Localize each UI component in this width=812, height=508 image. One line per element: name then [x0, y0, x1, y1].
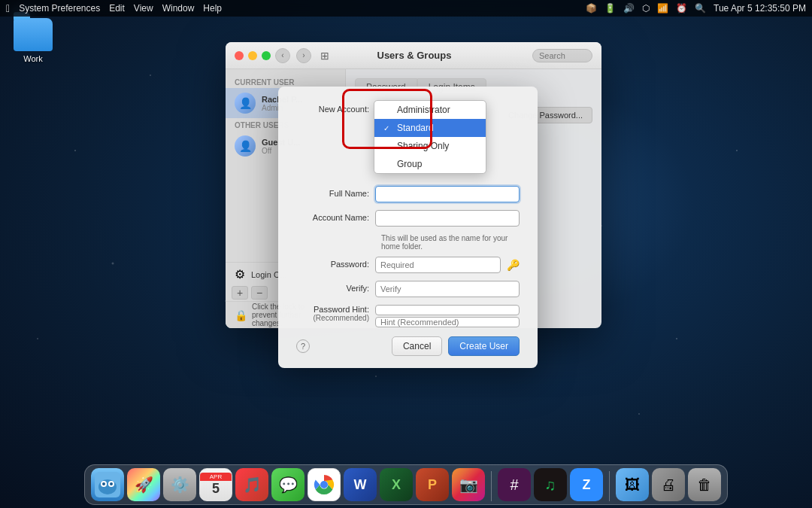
desktop-folder-work[interactable]: Work	[6, 18, 60, 63]
dock-item-calendar[interactable]: APR 5	[199, 468, 232, 501]
hint-input-top[interactable]	[375, 305, 520, 315]
option-sharing-only[interactable]: Sharing Only	[374, 137, 486, 155]
hint-input-bottom[interactable]	[375, 317, 520, 327]
messages-icon: 💬	[271, 468, 304, 501]
new-account-label: New Account:	[296, 102, 375, 114]
dock-item-messages[interactable]: 💬	[271, 468, 304, 501]
dock-item-finder[interactable]	[91, 468, 124, 501]
dock-item-preview[interactable]: 🖼	[616, 468, 649, 501]
new-account-dialog: New Account: Standard ▼ Administrator ✓ …	[278, 87, 538, 368]
excel-icon: X	[380, 468, 413, 501]
preview-icon: 🖼	[616, 468, 649, 501]
menubar-time: Tue Apr 5 12:35:50 PM	[714, 3, 806, 14]
account-name-hint: This will be used as the name for your h…	[381, 234, 520, 251]
launchpad-icon: 🚀	[127, 468, 160, 501]
password-input[interactable]	[375, 257, 501, 273]
option-standard[interactable]: ✓ Standard	[374, 119, 486, 137]
account-type-dropdown[interactable]: Standard ▼ Administrator ✓ Standard	[375, 102, 480, 118]
clock-icon: ⏰	[676, 3, 687, 14]
hint-row: Password Hint: (Recommended)	[296, 305, 520, 327]
dock-item-launchpad[interactable]: 🚀	[127, 468, 160, 501]
lock-icon: 🔒	[235, 309, 247, 321]
menu-view[interactable]: View	[134, 3, 153, 14]
desktop:  System Preferences Edit View Window He…	[0, 0, 812, 508]
dock-item-trash[interactable]: 🗑	[688, 468, 721, 501]
verify-label: Verify:	[296, 281, 375, 293]
hint-label: Password Hint:	[296, 305, 369, 314]
avatar-rachel: 👤	[235, 93, 256, 114]
maximize-button[interactable]	[262, 51, 271, 60]
option-group[interactable]: Group	[374, 155, 486, 173]
calendar-icon: APR 5	[199, 468, 232, 501]
svg-point-4	[102, 482, 105, 485]
password-label: Password:	[296, 257, 375, 269]
search-icon[interactable]: 🔍	[695, 3, 706, 14]
dock: 🚀 ⚙️ APR 5 🎵 💬	[84, 464, 728, 505]
bluetooth-icon[interactable]: ⬡	[642, 3, 650, 14]
add-user-button[interactable]: +	[232, 286, 248, 300]
window-titlebar: ‹ › ⊞ Users & Groups	[226, 42, 601, 69]
word-icon: W	[344, 468, 377, 501]
folder-icon	[14, 18, 53, 51]
dock-item-powerpoint[interactable]: P	[416, 468, 449, 501]
photos-icon: 🖨	[652, 468, 685, 501]
account-name-label: Account Name:	[296, 210, 375, 222]
verify-input[interactable]	[375, 281, 520, 297]
dropbox-icon[interactable]: 📦	[586, 3, 597, 14]
cancel-button[interactable]: Cancel	[392, 336, 442, 356]
svg-point-1	[98, 479, 117, 494]
app-name[interactable]: System Preferences	[19, 3, 100, 14]
password-row: Password: 🔑	[296, 257, 520, 273]
dock-item-instagram[interactable]: 📷	[452, 468, 485, 501]
menu-help[interactable]: Help	[203, 3, 222, 14]
dock-item-excel[interactable]: X	[380, 468, 413, 501]
dock-item-music[interactable]: 🎵	[235, 468, 268, 501]
dock-item-zoom[interactable]: Z	[570, 468, 603, 501]
account-name-row: Account Name:	[296, 210, 520, 227]
window-title: Users & Groups	[301, 50, 528, 61]
dropdown-menu: Administrator ✓ Standard Sharing Only Gr…	[374, 100, 486, 174]
full-name-row: Full Name:	[296, 186, 520, 202]
wifi-icon[interactable]: 📶	[657, 3, 668, 14]
hint-sublabel: (Recommended)	[296, 314, 369, 322]
powerpoint-icon: P	[416, 468, 449, 501]
dock-item-photos[interactable]: 🖨	[652, 468, 685, 501]
dock-item-chrome[interactable]	[308, 468, 341, 501]
new-account-row: New Account: Standard ▼ Administrator ✓ …	[296, 102, 520, 118]
dock-item-word[interactable]: W	[344, 468, 377, 501]
search-input[interactable]	[532, 49, 592, 62]
spotify-icon: ♫	[534, 468, 567, 501]
svg-point-8	[321, 482, 327, 488]
dock-separator-2	[609, 471, 610, 501]
full-name-label: Full Name:	[296, 186, 375, 198]
finder-icon	[91, 468, 124, 501]
instagram-icon: 📷	[452, 468, 485, 501]
key-icon[interactable]: 🔑	[507, 259, 520, 271]
verify-row: Verify:	[296, 281, 520, 297]
create-user-button[interactable]: Create User	[448, 336, 520, 356]
help-button[interactable]: ?	[296, 339, 310, 353]
option-administrator[interactable]: Administrator	[374, 101, 486, 119]
dock-item-spotify[interactable]: ♫	[534, 468, 567, 501]
volume-icon[interactable]: 🔊	[623, 3, 635, 14]
check-icon: ✓	[383, 124, 392, 132]
slack-icon: #	[498, 468, 531, 501]
menubar:  System Preferences Edit View Window He…	[0, 0, 812, 17]
menu-window[interactable]: Window	[162, 3, 195, 14]
close-button[interactable]	[235, 51, 244, 60]
dock-item-slack[interactable]: #	[498, 468, 531, 501]
zoom-icon: Z	[570, 468, 603, 501]
dialog-footer: ? Cancel Create User	[296, 336, 520, 356]
dock-item-sysprefs[interactable]: ⚙️	[163, 468, 196, 501]
account-name-input[interactable]	[375, 210, 520, 227]
remove-user-button[interactable]: −	[251, 286, 268, 300]
full-name-input[interactable]	[375, 186, 520, 202]
apple-menu[interactable]: 	[6, 2, 10, 14]
avatar-guest: 👤	[235, 135, 256, 157]
chrome-icon	[308, 468, 341, 501]
battery-icon[interactable]: 🔋	[604, 3, 616, 14]
minimize-button[interactable]	[248, 51, 257, 60]
music-icon: 🎵	[235, 468, 268, 501]
menu-edit[interactable]: Edit	[109, 3, 125, 14]
back-button[interactable]: ‹	[275, 48, 290, 63]
